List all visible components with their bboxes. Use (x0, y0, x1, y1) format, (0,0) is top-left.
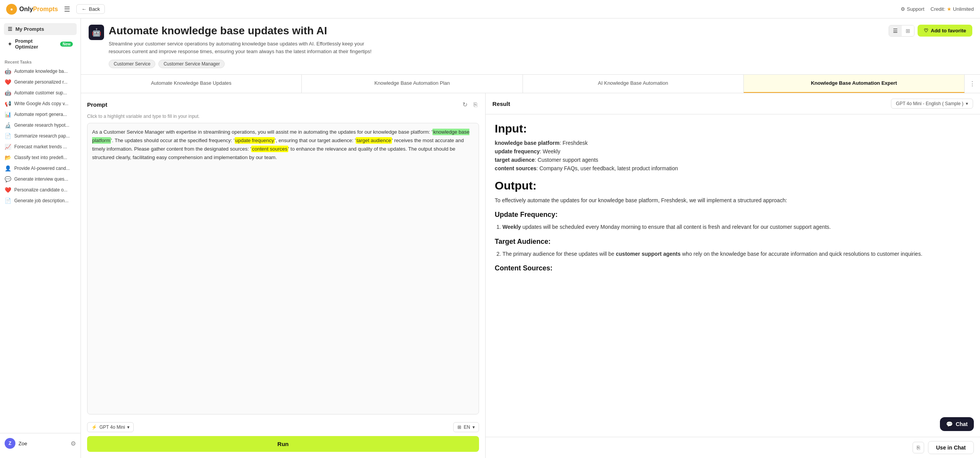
result-fields: knowledge base platform: Freshdeskupdate… (495, 140, 971, 171)
sidebar-task-item[interactable]: 📈Forecast market trends ... (0, 141, 81, 152)
result-field: target audience: Customer support agents (495, 157, 971, 163)
support-icon: ⚙ (901, 6, 905, 12)
model-selector[interactable]: ⚡ GPT 4o Mini ▾ (87, 422, 134, 432)
hamburger-menu[interactable]: ☰ (62, 3, 72, 15)
top-header: ● OnlyPrompts ☰ ← Back ⚙ Support Credit:… (0, 0, 980, 18)
content-area: 🤖 Automate knowledge base updates with A… (81, 18, 980, 458)
task-icon: 💬 (5, 176, 11, 182)
input-title: Input: (495, 122, 971, 135)
settings-icon[interactable]: ⚙ (71, 440, 76, 447)
bottom-bar: ⎘ Use in Chat (486, 437, 980, 458)
task-label: Summarize research pap... (14, 133, 76, 139)
prompt-tab[interactable]: AI Knowledge Base Automation (523, 75, 744, 93)
panels: Prompt ↻ ⎘ Click to a highlight variable… (81, 93, 980, 458)
run-button[interactable]: Run (87, 436, 479, 452)
task-label: Personalize candidate o... (14, 187, 76, 193)
update-freq-list: Weekly updates will be scheduled every M… (495, 223, 971, 231)
highlight-variable[interactable]: update frequency (235, 137, 275, 144)
sidebar-task-item[interactable]: 💬Generate interview ques... (0, 174, 81, 185)
task-label: Automate knowledge ba... (14, 69, 76, 74)
lang-selector[interactable]: ⊞ EN ▾ (453, 422, 479, 432)
header-right: ⚙ Support Credit: ★ Unlimited (901, 6, 974, 12)
sidebar-footer: Z Zoe ⚙ (0, 433, 81, 453)
sidebar-task-item[interactable]: 🤖Automate knowledge ba... (0, 66, 81, 77)
heart-icon: ♡ (924, 28, 928, 34)
task-icon: 📈 (5, 144, 11, 150)
tag[interactable]: Customer Service (109, 60, 155, 68)
support-link[interactable]: ⚙ Support (901, 6, 925, 12)
prompt-title-area: Automate knowledge base updates with AI … (109, 25, 378, 68)
result-title: Result (493, 101, 510, 107)
sidebar-task-item[interactable]: 📊Automate report genera... (0, 109, 81, 120)
prompt-panel-title: Prompt (87, 101, 108, 108)
list-view-button[interactable]: ☰ (889, 25, 902, 36)
result-field: content sources: Company FAQs, user feed… (495, 165, 971, 171)
use-in-chat-button[interactable]: Use in Chat (928, 441, 974, 454)
sidebar-task-item[interactable]: ❤️Generate personalized r... (0, 77, 81, 87)
prompt-header-left: 🤖 Automate knowledge base updates with A… (89, 25, 378, 68)
chevron-down-icon: ▾ (127, 424, 129, 430)
result-panel: Result GPT 4o Mini - English ( Sample ) … (486, 93, 980, 458)
task-icon: 📢 (5, 101, 11, 107)
logo[interactable]: ● OnlyPrompts (6, 4, 58, 15)
user-name: Zoe (18, 441, 27, 446)
highlight-variable[interactable]: target audience (356, 137, 392, 144)
sidebar-task-item[interactable]: 📄Summarize research pap... (0, 131, 81, 141)
sidebar-task-item[interactable]: 📢Write Google Ads copy v... (0, 98, 81, 109)
prompt-tabs: Automate Knowledge Base UpdatesKnowledge… (81, 75, 980, 93)
grid-view-button[interactable]: ⊞ (902, 25, 914, 36)
task-icon: 📊 (5, 111, 11, 117)
tabs-more-button[interactable]: ⋮ (965, 75, 980, 93)
prompt-panel-actions: ↻ ⎘ (461, 99, 479, 110)
chat-fab-button[interactable]: 💬 Chat (940, 417, 974, 431)
user-info: Z Zoe (5, 438, 27, 449)
tag[interactable]: Customer Service Manager (158, 60, 225, 68)
header-left: ● OnlyPrompts ☰ ← Back (6, 3, 105, 15)
result-field: update frequency: Weekly (495, 148, 971, 154)
sidebar-task-item[interactable]: 🔬Generate research hypot... (0, 120, 81, 131)
result-header: Result GPT 4o Mini - English ( Sample ) … (486, 93, 980, 114)
back-button[interactable]: ← Back (76, 4, 105, 14)
hint-text: Click to a highlight variable and type t… (87, 114, 479, 119)
subsection-update-freq: Update Frequency: (495, 211, 971, 219)
model-sample-selector[interactable]: GPT 4o Mini - English ( Sample ) ▾ (891, 99, 973, 109)
task-icon: 📄 (5, 133, 11, 139)
copy-result-button[interactable]: ⎘ (913, 442, 924, 453)
highlight-variable[interactable]: knowledge base platform (92, 129, 469, 144)
view-toggle: ☰ ⊞ (889, 25, 914, 37)
task-icon: ❤️ (5, 187, 11, 193)
main-layout: ☰ My Prompts ✦ Prompt Optimizer New Rece… (0, 18, 980, 458)
highlight-variable[interactable]: content sources (251, 146, 288, 152)
prompt-header: 🤖 Automate knowledge base updates with A… (81, 18, 980, 75)
prompt-tab[interactable]: Automate Knowledge Base Updates (81, 75, 302, 93)
prompt-tab[interactable]: Knowledge Base Automation Plan (302, 75, 523, 93)
back-arrow-icon: ← (81, 6, 86, 12)
refresh-button[interactable]: ↻ (461, 99, 469, 110)
task-label: Generate personalized r... (14, 79, 76, 85)
prompt-textarea[interactable]: As a Customer Service Manager with exper… (87, 123, 479, 414)
sidebar-task-item[interactable]: ❤️Personalize candidate o... (0, 185, 81, 195)
sidebar-task-item[interactable]: 📄Generate job description... (0, 195, 81, 206)
copy-prompt-button[interactable]: ⎘ (472, 99, 479, 110)
subsection-content-sources: Content Sources: (495, 264, 971, 272)
add-favorite-button[interactable]: ♡ Add to favorite (918, 25, 972, 37)
prompt-tab[interactable]: Knowledge Base Automation Expert (744, 75, 965, 93)
sidebar-item-my-prompts[interactable]: ☰ My Prompts (4, 23, 77, 35)
sidebar-item-optimizer[interactable]: ✦ Prompt Optimizer New (4, 35, 77, 53)
prompt-description: Streamline your customer service operati… (109, 40, 378, 55)
bot-icon: 🤖 (89, 25, 104, 40)
prompt-panel: Prompt ↻ ⎘ Click to a highlight variable… (81, 93, 486, 458)
task-icon: 🤖 (5, 90, 11, 96)
result-field: knowledge base platform: Freshdesk (495, 140, 971, 146)
tags-container: Customer ServiceCustomer Service Manager (109, 60, 378, 68)
sidebar-task-item[interactable]: 👤Provide AI-powered cand... (0, 163, 81, 174)
task-label: Generate job description... (14, 198, 76, 203)
avatar: Z (5, 438, 15, 449)
sidebar-task-item[interactable]: 🤖Automate customer sup... (0, 87, 81, 98)
lang-icon: ⊞ (457, 424, 461, 430)
task-icon: ❤️ (5, 79, 11, 85)
task-label: Automate report genera... (14, 112, 76, 117)
task-icon: 🔬 (5, 122, 11, 128)
sidebar-task-item[interactable]: 📂Classify text into predefi... (0, 152, 81, 163)
task-label: Generate research hypot... (14, 122, 76, 128)
